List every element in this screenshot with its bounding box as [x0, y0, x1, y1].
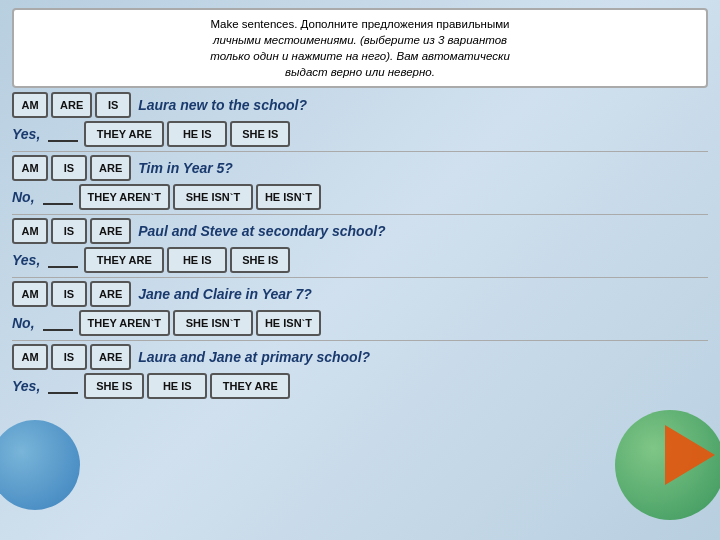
q4-btn-she-isnt[interactable]: SHE ISN`T	[173, 310, 253, 336]
instruction-line3: только один и нажмите на него). Вам авто…	[210, 50, 510, 62]
q1-btn-they-are[interactable]: THEY ARE	[84, 121, 164, 147]
question-group-3: AM IS ARE Paul and Steve at secondary sc…	[12, 218, 708, 273]
instruction-line1: Make sentences. Дополните предложения пр…	[210, 18, 509, 30]
q3-answer-row: Yes, THEY ARE HE IS SHE IS	[12, 247, 708, 273]
q3-btn-is[interactable]: IS	[51, 218, 87, 244]
instruction-line2: личными местоимениями. (выберите из 3 ва…	[213, 34, 507, 46]
q1-btn-am[interactable]: AM	[12, 92, 48, 118]
q1-btn-is[interactable]: IS	[95, 92, 131, 118]
q1-question-text: Laura new to the school?	[138, 97, 307, 113]
q1-btn-are[interactable]: ARE	[51, 92, 92, 118]
q1-yes-label: Yes,	[12, 126, 40, 142]
q3-btn-are[interactable]: ARE	[90, 218, 131, 244]
q1-btn-he-is[interactable]: HE IS	[167, 121, 227, 147]
q3-btn-they-are[interactable]: THEY ARE	[84, 247, 164, 273]
q4-top-row: AM IS ARE Jane and Claire in Year 7?	[12, 281, 708, 307]
main-container: Make sentences. Дополните предложения пр…	[0, 0, 720, 540]
q5-btn-am[interactable]: AM	[12, 344, 48, 370]
q2-btn-are[interactable]: ARE	[90, 155, 131, 181]
q5-btn-are[interactable]: ARE	[90, 344, 131, 370]
q1-btn-she-is[interactable]: SHE IS	[230, 121, 290, 147]
q5-btn-they-are[interactable]: THEY ARE	[210, 373, 290, 399]
q4-btn-they-arent[interactable]: THEY AREN`T	[79, 310, 170, 336]
q2-blank	[43, 189, 73, 205]
q5-btn-he-is[interactable]: HE IS	[147, 373, 207, 399]
q2-btn-is[interactable]: IS	[51, 155, 87, 181]
q5-top-row: AM IS ARE Laura and Jane at primary scho…	[12, 344, 708, 370]
q1-answer-row: Yes, THEY ARE HE IS SHE IS	[12, 121, 708, 147]
q4-btn-is[interactable]: IS	[51, 281, 87, 307]
q2-btn-he-isnt[interactable]: HE ISN`T	[256, 184, 321, 210]
q2-answer-row: No, THEY AREN`T SHE ISN`T HE ISN`T	[12, 184, 708, 210]
question-group-4: AM IS ARE Jane and Claire in Year 7? No,…	[12, 281, 708, 336]
q3-btn-he-is[interactable]: HE IS	[167, 247, 227, 273]
q3-top-row: AM IS ARE Paul and Steve at secondary sc…	[12, 218, 708, 244]
divider-4	[12, 340, 708, 341]
instruction-line4: выдаст верно или неверно.	[285, 66, 435, 78]
q5-blank	[48, 378, 78, 394]
q3-btn-am[interactable]: AM	[12, 218, 48, 244]
q2-btn-they-arent[interactable]: THEY AREN`T	[79, 184, 170, 210]
q2-top-row: AM IS ARE Tim in Year 5?	[12, 155, 708, 181]
q4-btn-am[interactable]: AM	[12, 281, 48, 307]
q3-btn-she-is[interactable]: SHE IS	[230, 247, 290, 273]
question-group-5: AM IS ARE Laura and Jane at primary scho…	[12, 344, 708, 399]
divider-2	[12, 214, 708, 215]
q1-blank	[48, 126, 78, 142]
q2-btn-am[interactable]: AM	[12, 155, 48, 181]
q5-btn-she-is[interactable]: SHE IS	[84, 373, 144, 399]
q4-answer-row: No, THEY AREN`T SHE ISN`T HE ISN`T	[12, 310, 708, 336]
q4-question-text: Jane and Claire in Year 7?	[138, 286, 312, 302]
q4-blank	[43, 315, 73, 331]
q5-answer-row: Yes, SHE IS HE IS THEY ARE	[12, 373, 708, 399]
q3-question-text: Paul and Steve at secondary school?	[138, 223, 385, 239]
q4-btn-are[interactable]: ARE	[90, 281, 131, 307]
q2-no-label: No,	[12, 189, 35, 205]
q2-question-text: Tim in Year 5?	[138, 160, 233, 176]
q3-blank	[48, 252, 78, 268]
q3-yes-label: Yes,	[12, 252, 40, 268]
question-group-1: AM ARE IS Laura new to the school? Yes, …	[12, 92, 708, 147]
divider-3	[12, 277, 708, 278]
q5-yes-label: Yes,	[12, 378, 40, 394]
q5-question-text: Laura and Jane at primary school?	[138, 349, 370, 365]
q4-btn-he-isnt[interactable]: HE ISN`T	[256, 310, 321, 336]
divider-1	[12, 151, 708, 152]
q5-btn-is[interactable]: IS	[51, 344, 87, 370]
q2-btn-she-isnt[interactable]: SHE ISN`T	[173, 184, 253, 210]
instruction-box: Make sentences. Дополните предложения пр…	[12, 8, 708, 88]
q1-top-row: AM ARE IS Laura new to the school?	[12, 92, 708, 118]
q4-no-label: No,	[12, 315, 35, 331]
question-group-2: AM IS ARE Tim in Year 5? No, THEY AREN`T…	[12, 155, 708, 210]
